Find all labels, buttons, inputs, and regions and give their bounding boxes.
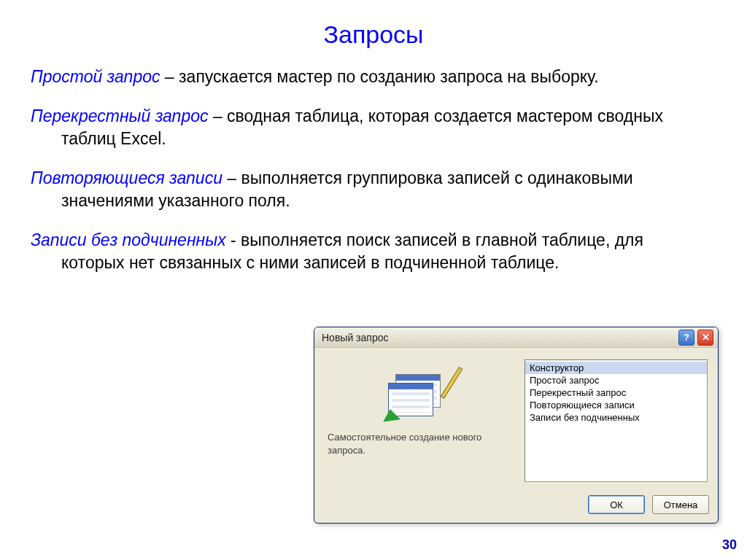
dialog-footer: ОК Отмена	[314, 489, 718, 523]
term: Перекрестный запрос	[31, 106, 209, 125]
dialog-body: Самостоятельное создание нового запроса.…	[314, 348, 718, 489]
dialog-description: Самостоятельное создание нового запроса.	[325, 431, 514, 456]
entry-crosstab: Перекрестный запрос – сводная таблица, к…	[31, 105, 716, 150]
dialog-title: Новый запрос	[322, 332, 676, 343]
term: Записи без подчиненных	[31, 230, 226, 249]
slide-title: Запросы	[31, 20, 716, 49]
query-wizard-icon	[388, 370, 451, 416]
list-item[interactable]: Простой запрос	[525, 374, 707, 386]
dialog-titlebar[interactable]: Новый запрос ? ✕	[314, 327, 718, 348]
separator: -	[226, 230, 241, 249]
separator: –	[222, 168, 241, 187]
entry-duplicates: Повторяющиеся записи – выполняется групп…	[31, 167, 716, 212]
new-query-dialog: Новый запрос ? ✕ Самостоятельное создани…	[314, 327, 719, 524]
list-item[interactable]: Повторяющиеся записи	[525, 399, 707, 411]
help-icon[interactable]: ?	[678, 330, 694, 346]
cancel-button[interactable]: Отмена	[652, 495, 709, 514]
dialog-left-pane: Самостоятельное создание нового запроса.	[325, 359, 514, 482]
entry-simple: Простой запрос – запускается мастер по с…	[31, 66, 716, 88]
list-item[interactable]: Конструктор	[525, 362, 707, 374]
list-item[interactable]: Записи без подчиненных	[525, 411, 707, 424]
term: Повторяющиеся записи	[31, 168, 222, 187]
entry-unmatched: Записи без подчиненных - выполняется пои…	[31, 229, 687, 274]
query-type-listbox[interactable]: Конструктор Простой запрос Перекрестный …	[525, 359, 708, 482]
ok-button[interactable]: ОК	[588, 495, 645, 514]
list-item[interactable]: Перекрестный запрос	[525, 386, 707, 399]
separator: –	[209, 106, 228, 125]
description: запускается мастер по созданию запроса н…	[179, 67, 599, 86]
term: Простой запрос	[31, 67, 160, 86]
page-number: 30	[722, 537, 737, 553]
separator: –	[160, 67, 179, 86]
close-icon[interactable]: ✕	[697, 330, 713, 346]
